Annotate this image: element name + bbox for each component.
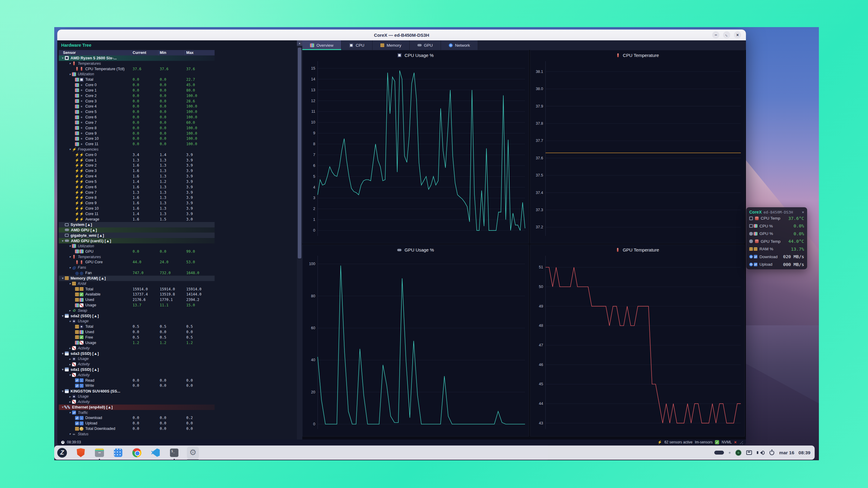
caret-expanded-icon[interactable]: ▾ — [68, 373, 72, 377]
launcher-chrome-browser[interactable] — [131, 447, 143, 459]
tree-row-core-0[interactable]: ⚡⚡Core 03.41.43.9 — [59, 152, 215, 158]
tree-row-traffic[interactable]: ▾⇄Traffic — [59, 410, 215, 415]
caret-expanded-icon[interactable]: ▾ — [68, 282, 72, 285]
corex-widget[interactable]: CoreX ed-B450M-DS3H × CPU Temp37.6°CCPU … — [746, 207, 807, 269]
caret-expanded-icon[interactable]: ▾ — [61, 276, 65, 280]
widget-close-icon[interactable]: × — [802, 210, 804, 215]
tree-row-amd-gpu-card1[interactable]: ▾AMD GPU (card1) [▲] — [59, 238, 215, 243]
minimize-button[interactable]: − — [712, 31, 719, 38]
power-icon[interactable] — [770, 450, 774, 455]
tree-row-core-3[interactable]: Core 30.00.028.6 — [59, 98, 215, 104]
tree-row-memory-ram[interactable]: ▾Memory (RAM) [▲] — [59, 275, 215, 281]
tree-row-core-0[interactable]: Core 00.00.045.0 — [59, 82, 215, 88]
tree-row-activity[interactable]: ▾Activity — [59, 372, 215, 378]
tree-row-frequencies[interactable]: ▾⚡Frequencies — [59, 147, 215, 152]
caret-collapsed-icon[interactable]: ▸ — [68, 357, 72, 361]
caret-expanded-icon[interactable]: ▾ — [61, 352, 65, 355]
tree-table-header[interactable]: Sensor Current Min Max — [59, 50, 215, 56]
tree-row-core-10[interactable]: Core 100.00.0100.0 — [59, 136, 215, 141]
tree-row-write[interactable]: ⇄↑Write0.00.00.0 — [59, 383, 215, 389]
column-min[interactable]: Min — [160, 51, 166, 55]
tree-row-amd-ryzen-5-2600-six[interactable]: ▾AMD Ryzen 5 2600 Six-... — [59, 56, 215, 61]
tree-row-used[interactable]: Used0.00.00.0 — [59, 329, 215, 335]
tree-row-utilization[interactable]: ▾Utilization — [59, 243, 215, 249]
tree-row-temperatures[interactable]: ▾Temperatures — [59, 61, 215, 66]
tree-row-core-11[interactable]: Core 110.00.0100.0 — [59, 141, 215, 147]
tab-gpu[interactable]: GPU — [410, 40, 441, 50]
tree-row-core-9[interactable]: ⚡⚡Core 91.61.33.9 — [59, 200, 215, 206]
tree-row-core-5[interactable]: Core 50.00.0100.0 — [59, 109, 215, 115]
tree-row-available[interactable]: ✓Available13737.413519.814144.0 — [59, 292, 215, 297]
tree-row-core-2[interactable]: ⚡⚡Core 21.61.33.9 — [59, 163, 215, 168]
launcher-settings[interactable]: ⚙ — [187, 447, 199, 459]
close-button[interactable]: × — [734, 31, 741, 38]
tree-row-gpu[interactable]: GPU0.00.099.0 — [59, 249, 215, 254]
launcher-zorin-menu[interactable]: Z — [56, 447, 68, 459]
caret-expanded-icon[interactable]: ▾ — [68, 73, 72, 76]
launcher-terminal[interactable]: $_ — [168, 447, 180, 459]
taskbar-clock[interactable]: mar 16 08:39 — [779, 450, 810, 455]
tree-row-core-7[interactable]: Core 70.00.060.0 — [59, 120, 215, 125]
tree-row-core-7[interactable]: ⚡⚡Core 71.31.33.9 — [59, 190, 215, 195]
tab-cpu[interactable]: CPU — [341, 40, 373, 50]
tree-row-gpu-core[interactable]: GPU Core44.024.053.0 — [59, 259, 215, 265]
caret-expanded-icon[interactable]: ▾ — [68, 244, 72, 248]
launcher-vscode[interactable] — [150, 447, 161, 459]
tree-row-swap[interactable]: ▸♻Swap — [59, 308, 215, 313]
tab-network[interactable]: ⊕Network — [441, 40, 478, 50]
tree-row-core-5[interactable]: ⚡⚡Core 51.41.23.9 — [59, 179, 215, 184]
caret-expanded-icon[interactable]: ▾ — [68, 255, 72, 258]
tree-row-upload[interactable]: ⇄↑Upload0.00.00.0 — [59, 421, 215, 426]
tree-row-fan[interactable]: ◎◎Fan747.0732.01648.0 — [59, 270, 215, 275]
tree-row-sda2-ssd[interactable]: ▾sda2 (SSD) [▲] — [59, 313, 215, 319]
tree-row-sda3-ssd[interactable]: ▾sda3 (SSD) [▲] — [59, 351, 215, 356]
tree-row-core-4[interactable]: ⚡⚡Core 41.61.33.9 — [59, 173, 215, 179]
tree-row-amd-gpu[interactable]: AMD GPU [▲] — [59, 227, 215, 233]
tree-row-core-9[interactable]: Core 90.00.0100.0 — [59, 131, 215, 136]
restore-button[interactable]: ↔ — [723, 31, 730, 38]
tree-row-temperatures[interactable]: ▾Temperatures — [59, 254, 215, 260]
tree-row-core-6[interactable]: Core 60.00.0100.0 — [59, 115, 215, 120]
scrollbar-thumb[interactable] — [298, 47, 301, 258]
tree-row-ethernet-enp4s0[interactable]: ▾Ethernet (enp4s0) [▲] — [59, 404, 215, 410]
volume-icon[interactable] — [757, 451, 765, 455]
tree-row-core-4[interactable]: Core 40.00.0100.0 — [59, 104, 215, 109]
caret-expanded-icon[interactable]: ▾ — [68, 266, 72, 269]
tree-row-average[interactable]: ⚡⚡Average1.61.53.0 — [59, 217, 215, 222]
tree-row-read[interactable]: ⇄↓Read0.00.00.0 — [59, 378, 215, 383]
tree-row-sda1-ssd[interactable]: ▾sda1 (SSD) [▲] — [59, 367, 215, 372]
tree-row-activity[interactable]: ▸Activity — [59, 361, 215, 367]
tree-row-total[interactable]: Total0.50.50.5 — [59, 324, 215, 329]
tree-row-core-2[interactable]: Core 20.00.0100.0 — [59, 93, 215, 98]
caret-collapsed-icon[interactable]: ▸ — [68, 309, 72, 312]
column-current[interactable]: Current — [133, 51, 146, 55]
launcher-file-manager[interactable]: − — [93, 447, 105, 459]
tree-row-activity[interactable]: ▸Activity — [59, 399, 215, 404]
tree-row-usage[interactable]: ▸Usage — [59, 356, 215, 361]
tab-memory[interactable]: Memory — [373, 40, 410, 50]
tree-row-usage[interactable]: ▸Usage — [59, 394, 215, 399]
tree-row-free[interactable]: ✓Free0.50.50.5 — [59, 335, 215, 340]
tree-row-usage[interactable]: Usage1.21.21.2 — [59, 340, 215, 346]
tree-row-usage[interactable]: ▾Usage — [59, 319, 215, 324]
launcher-software-store[interactable] — [112, 447, 124, 459]
network-tray-icon[interactable] — [746, 450, 752, 455]
scrollbar-up-icon[interactable]: ▴ — [297, 40, 302, 46]
tree-row-used[interactable]: Used2176.61770.12394.2 — [59, 297, 215, 302]
tree-row-total-downloaded[interactable]: Total Downloaded0.00.00.0 — [59, 426, 215, 431]
caret-expanded-icon[interactable]: ▾ — [61, 56, 65, 60]
tree-row-usage[interactable]: Usage13.711.115.0 — [59, 302, 215, 308]
tree-row-cpu-temperature-tctl[interactable]: CPU Temperature (Tctl)37.637.637.6 — [59, 66, 215, 72]
caret-expanded-icon[interactable]: ▾ — [68, 411, 72, 414]
caret-collapsed-icon[interactable]: ▸ — [68, 363, 72, 366]
tree-scrollbar[interactable]: ▴ — [297, 40, 302, 440]
caret-expanded-icon[interactable]: ▾ — [68, 148, 72, 151]
tree-row-activity[interactable]: ▸Activity — [59, 346, 215, 351]
tree-row-status[interactable]: ▾∞Status — [59, 431, 215, 437]
caret-collapsed-icon[interactable]: ▸ — [68, 347, 72, 350]
launcher-brave-browser[interactable] — [75, 447, 87, 459]
tree-row-system[interactable]: System [▲] — [59, 222, 215, 227]
tree-row-ram[interactable]: ▾RAM — [59, 281, 215, 287]
tree-row-core-3[interactable]: ⚡⚡Core 31.61.33.9 — [59, 168, 215, 173]
tree-row-total[interactable]: Total0.00.022.7 — [59, 77, 215, 82]
